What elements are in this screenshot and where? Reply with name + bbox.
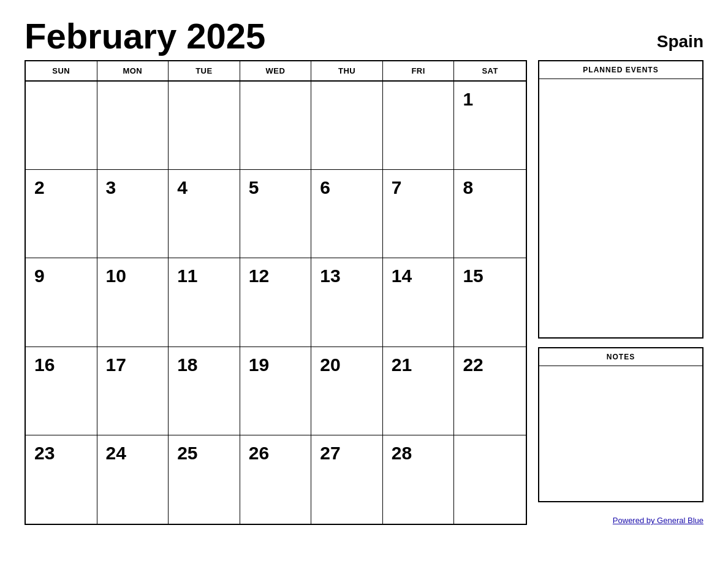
day-cell-6: 6 [311, 170, 383, 258]
day-cell-19: 19 [240, 347, 312, 435]
day-cell-13: 13 [311, 258, 383, 347]
notes-box: NOTES [538, 347, 703, 502]
calendar-grid: 1 2 3 4 5 6 7 8 9 10 11 12 13 14 15 16 1… [26, 82, 526, 524]
powered-by: Powered by General Blue [538, 516, 703, 525]
day-cell-4: 4 [169, 170, 240, 258]
planned-events-box: PLANNED EVENTS [538, 60, 703, 339]
planned-events-content [539, 79, 702, 337]
day-cell-21: 21 [383, 347, 455, 435]
day-cell-empty [383, 82, 455, 170]
day-header-mon: MON [97, 61, 169, 80]
day-cell-16: 16 [26, 347, 97, 435]
day-cell-18: 18 [169, 347, 240, 435]
day-cell-10: 10 [97, 258, 169, 347]
day-cell-empty [454, 435, 526, 524]
day-cell-24: 24 [97, 435, 169, 524]
day-cell-8: 8 [454, 170, 526, 258]
day-header-sun: SUN [26, 61, 97, 80]
day-cell-23: 23 [26, 435, 97, 524]
day-cell-28: 28 [383, 435, 455, 524]
day-cell-empty [169, 82, 240, 170]
day-cell-9: 9 [26, 258, 97, 347]
day-cell-12: 12 [240, 258, 312, 347]
day-cell-7: 7 [383, 170, 455, 258]
powered-by-link[interactable]: Powered by General Blue [613, 516, 703, 525]
day-cell-26: 26 [240, 435, 312, 524]
day-cell-empty [97, 82, 169, 170]
day-cell-22: 22 [454, 347, 526, 435]
day-headers-row: SUN MON TUE WED THU FRI SAT [26, 61, 526, 82]
day-cell-empty [26, 82, 97, 170]
planned-events-header: PLANNED EVENTS [539, 61, 702, 79]
day-cell-empty [240, 82, 312, 170]
day-cell-2: 2 [26, 170, 97, 258]
day-header-sat: SAT [454, 61, 526, 80]
notes-header: NOTES [539, 348, 702, 366]
calendar: SUN MON TUE WED THU FRI SAT 1 2 3 4 5 6 … [25, 60, 527, 525]
day-cell-5: 5 [240, 170, 312, 258]
sidebar: PLANNED EVENTS NOTES Powered by General … [538, 60, 703, 525]
day-header-tue: TUE [169, 61, 240, 80]
notes-content [539, 366, 702, 501]
country-title: Spain [657, 33, 703, 54]
day-header-fri: FRI [383, 61, 455, 80]
month-title: February 2025 [25, 18, 265, 54]
day-header-wed: WED [240, 61, 312, 80]
day-header-thu: THU [311, 61, 383, 80]
day-cell-15: 15 [454, 258, 526, 347]
day-cell-20: 20 [311, 347, 383, 435]
day-cell-empty [311, 82, 383, 170]
day-cell-1: 1 [454, 82, 526, 170]
day-cell-27: 27 [311, 435, 383, 524]
day-cell-3: 3 [97, 170, 169, 258]
day-cell-17: 17 [97, 347, 169, 435]
day-cell-25: 25 [169, 435, 240, 524]
day-cell-11: 11 [169, 258, 240, 347]
day-cell-14: 14 [383, 258, 455, 347]
